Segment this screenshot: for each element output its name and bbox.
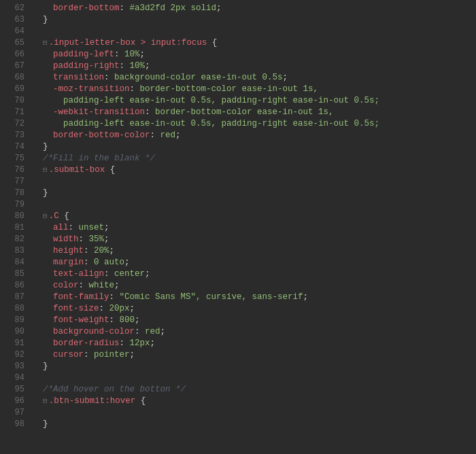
- code-line: 68 transition: background-color ease-in-…: [0, 72, 476, 84]
- code-line: 65 ⊟.input-letter-box > input:focus {: [0, 37, 476, 49]
- line-code[interactable]: padding-left ease-in-out 0.5s, padding-r…: [33, 95, 476, 107]
- code-line: 95 /*Add hover on the botton */: [0, 384, 476, 396]
- code-line: 64: [0, 26, 476, 37]
- line-number: 74: [0, 141, 33, 153]
- line-code[interactable]: padding-right: 10%;: [33, 60, 476, 72]
- line-number: 91: [0, 338, 33, 349]
- code-line: 69 -moz-transition: border-bottom-color …: [0, 84, 476, 95]
- code-line: 72 padding-left ease-in-out 0.5s, paddin…: [0, 118, 476, 130]
- code-line: 90 background-color: red;: [0, 326, 476, 338]
- line-number: 67: [0, 60, 33, 72]
- line-code[interactable]: border-bottom-color: red;: [33, 130, 476, 141]
- line-number: 85: [0, 268, 33, 280]
- line-number: 84: [0, 257, 33, 268]
- line-code[interactable]: padding-left ease-in-out 0.5s, padding-r…: [33, 118, 476, 130]
- line-code[interactable]: -moz-transition: border-bottom-color eas…: [33, 84, 476, 95]
- line-number: 89: [0, 315, 33, 326]
- line-code[interactable]: text-align: center;: [33, 268, 476, 280]
- line-code[interactable]: font-weight: 800;: [33, 315, 476, 326]
- line-code[interactable]: margin: 0 auto;: [33, 257, 476, 268]
- code-line: 80 ⊟.C {: [0, 211, 476, 222]
- line-number: 63: [0, 14, 33, 26]
- code-line: 73 border-bottom-color: red;: [0, 130, 476, 141]
- code-line: 79: [0, 199, 476, 211]
- line-number: 83: [0, 245, 33, 257]
- code-editor: 62 border-bottom: #a3d2fd 2px solid;63 }…: [0, 0, 476, 454]
- line-code[interactable]: }: [33, 14, 476, 26]
- code-line: 92 cursor: pointer;: [0, 349, 476, 361]
- line-number: 73: [0, 130, 33, 141]
- line-code[interactable]: -webkit-transition: border-bottom-color …: [33, 107, 476, 118]
- code-line: 96 ⊟.btn-submit:hover {: [0, 396, 476, 407]
- code-line: 89 font-weight: 800;: [0, 315, 476, 326]
- line-number: 68: [0, 72, 33, 84]
- line-number: 98: [0, 419, 33, 430]
- line-number: 64: [0, 26, 33, 37]
- line-code[interactable]: }: [33, 188, 476, 199]
- line-number: 72: [0, 118, 33, 130]
- line-code[interactable]: font-size: 20px;: [33, 303, 476, 315]
- line-code[interactable]: ⊟.btn-submit:hover {: [33, 396, 476, 407]
- line-code[interactable]: ⊟.C {: [33, 211, 476, 222]
- line-number: 80: [0, 211, 33, 222]
- line-code[interactable]: /*Fill in the blank */: [33, 153, 476, 164]
- line-code[interactable]: }: [33, 419, 476, 430]
- line-code[interactable]: all: unset;: [33, 222, 476, 234]
- code-line: 93 }: [0, 361, 476, 372]
- code-line: 75 /*Fill in the blank */: [0, 153, 476, 164]
- code-line: 67 padding-right: 10%;: [0, 60, 476, 72]
- line-number: 78: [0, 188, 33, 199]
- code-line: 81 all: unset;: [0, 222, 476, 234]
- line-number: 96: [0, 396, 33, 407]
- line-number: 77: [0, 176, 33, 188]
- line-code[interactable]: border-bottom: #a3d2fd 2px solid;: [33, 3, 476, 14]
- line-number: 81: [0, 222, 33, 234]
- line-number: 87: [0, 292, 33, 303]
- code-line: 98 }: [0, 419, 476, 430]
- line-number: 79: [0, 199, 33, 211]
- line-number: 97: [0, 407, 33, 419]
- code-line: 82 width: 35%;: [0, 234, 476, 245]
- code-line: 85 text-align: center;: [0, 268, 476, 280]
- code-content: 62 border-bottom: #a3d2fd 2px solid;63 }…: [0, 0, 476, 433]
- code-line: 87 font-family: "Comic Sans MS", cursive…: [0, 292, 476, 303]
- code-line: 91 border-radius: 12px;: [0, 338, 476, 349]
- line-code[interactable]: ⊟.submit-box {: [33, 164, 476, 176]
- line-code[interactable]: padding-left: 10%;: [33, 49, 476, 60]
- line-number: 69: [0, 84, 33, 95]
- line-code[interactable]: /*Add hover on the botton */: [33, 384, 476, 396]
- code-line: 63 }: [0, 14, 476, 26]
- line-code[interactable]: width: 35%;: [33, 234, 476, 245]
- line-code[interactable]: color: white;: [33, 280, 476, 292]
- line-number: 92: [0, 349, 33, 361]
- code-line: 97: [0, 407, 476, 419]
- code-line: 71 -webkit-transition: border-bottom-col…: [0, 107, 476, 118]
- line-number: 76: [0, 164, 33, 176]
- line-number: 65: [0, 37, 33, 49]
- code-line: 78 }: [0, 188, 476, 199]
- line-number: 95: [0, 384, 33, 396]
- line-code[interactable]: background-color: red;: [33, 326, 476, 338]
- line-code[interactable]: ⊟.input-letter-box > input:focus {: [33, 37, 476, 49]
- line-number: 90: [0, 326, 33, 338]
- line-number: 93: [0, 361, 33, 372]
- line-code[interactable]: }: [33, 361, 476, 372]
- line-code[interactable]: transition: background-color ease-in-out…: [33, 72, 476, 84]
- line-number: 88: [0, 303, 33, 315]
- line-code[interactable]: border-radius: 12px;: [33, 338, 476, 349]
- line-number: 75: [0, 153, 33, 164]
- line-code[interactable]: height: 20%;: [33, 245, 476, 257]
- line-number: 86: [0, 280, 33, 292]
- line-number: 94: [0, 372, 33, 384]
- code-line: 76 ⊟.submit-box {: [0, 164, 476, 176]
- line-code[interactable]: cursor: pointer;: [33, 349, 476, 361]
- line-code[interactable]: }: [33, 141, 476, 153]
- code-line: 70 padding-left ease-in-out 0.5s, paddin…: [0, 95, 476, 107]
- line-code[interactable]: font-family: "Comic Sans MS", cursive, s…: [33, 292, 476, 303]
- code-line: 86 color: white;: [0, 280, 476, 292]
- code-line: 77: [0, 176, 476, 188]
- code-line: 88 font-size: 20px;: [0, 303, 476, 315]
- code-line: 66 padding-left: 10%;: [0, 49, 476, 60]
- code-line: 74 }: [0, 141, 476, 153]
- line-number: 70: [0, 95, 33, 107]
